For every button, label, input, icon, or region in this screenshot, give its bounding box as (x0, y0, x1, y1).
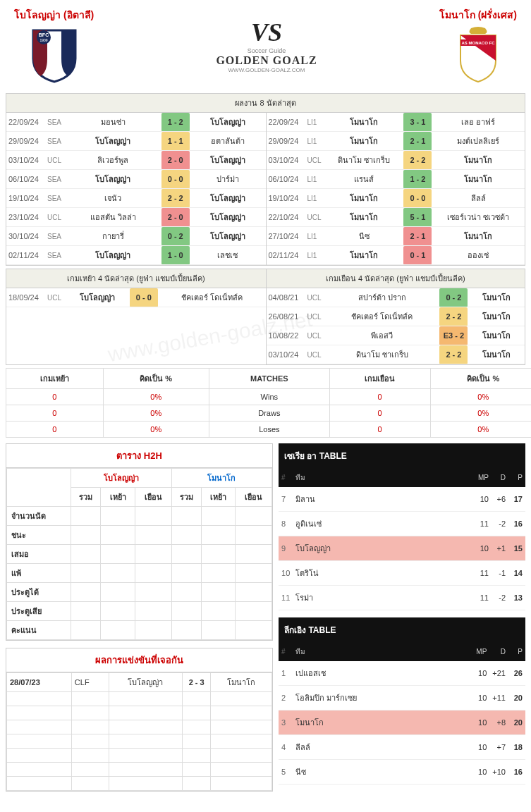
h2h-row-label: แพ้ (7, 564, 71, 583)
match-score: 2 - 2 (439, 345, 468, 364)
match-row: 22/09/24 LI1 โมนาโก 3 - 1 เลอ อาฟร์ (267, 113, 525, 132)
match-score: 0 - 0 (130, 288, 158, 307)
col-mp: MP (475, 468, 492, 487)
match-team-1: นีซ (325, 227, 404, 246)
recent-8-away: 22/09/24 LI1 โมนาโก 3 - 1 เลอ อาฟร์ 29/0… (266, 113, 525, 265)
match-team-2: โมนาโก (468, 326, 525, 345)
meeting-team-1: โบโลญญ่า (109, 673, 183, 692)
league-team: อูดิเนเซ่ (293, 512, 475, 536)
ligue-1-title: ลีกเอิง TABLE (279, 617, 525, 642)
vs-block: VS Soccer Guide GOLDEN GOALZ WWW.GOLDEN-… (216, 18, 317, 73)
h2h-row: แพ้ (7, 564, 272, 583)
h2h-row: ชนะ (7, 526, 272, 545)
league-d: +1 (492, 536, 508, 561)
away-team-block: โมนาโก (ฝรั่งเศส) AS MONACO FC (439, 7, 517, 83)
match-team-2: โบโลญญ่า (190, 151, 266, 170)
match-row: 27/10/24 LI1 นีซ 2 - 1 โมนาโก (267, 227, 525, 246)
league-rank: 11 (279, 586, 293, 610)
match-date: 22/10/24 (267, 208, 305, 227)
match-date: 03/10/24 (267, 345, 305, 364)
match-date: 03/10/24 (267, 151, 305, 170)
h2h-row: ประตูเสีย (7, 602, 272, 621)
league-d: +8 (489, 710, 508, 735)
stats-header-home: เกมเหย้า (6, 369, 104, 389)
h2h-row-label: ประตูเสีย (7, 602, 71, 621)
h2h-row-label: ชนะ (7, 526, 71, 545)
league-d: -2 (492, 512, 508, 536)
match-comp: UCL (305, 288, 325, 307)
league-rank: 9 (279, 536, 293, 561)
match-score: 0 - 1 (403, 246, 432, 265)
match-row: 18/09/24 UCL โบโลญญ่า 0 - 0 ชัคเตอร์ โดเ… (6, 288, 266, 307)
match-date: 18/09/24 (6, 288, 45, 307)
match-date: 26/08/21 (267, 307, 305, 326)
h2h-row-label: ประตูได้ (7, 583, 71, 602)
recent-8-home: 22/09/24 SEA มอนซ่า 1 - 2 โบโลญญ่า 29/09… (6, 113, 266, 265)
col-p: P (508, 468, 525, 487)
league-d: +7 (489, 735, 508, 760)
match-score: 2 - 0 (161, 208, 190, 227)
match-row: 02/11/24 LI1 โมนาโก 0 - 1 อองเช่ (267, 246, 525, 265)
league-mp: 10 (475, 487, 492, 512)
match-comp: SEA (45, 170, 65, 189)
match-team-1: เจนัว (65, 189, 161, 208)
col-team: ทีม (293, 642, 472, 661)
match-date: 22/09/24 (6, 113, 45, 132)
match-score: 0 - 0 (403, 189, 432, 208)
away-team-name: โมนาโก (ฝรั่งเศส) (439, 7, 517, 23)
match-team-2: อองเช่ (432, 246, 525, 265)
league-team: นีซ (293, 760, 472, 785)
home-team-block: โบโลญญ่า (อิตาลี) BFC 1909 (14, 7, 94, 83)
match-team-1: มอนซ่า (65, 113, 161, 132)
match-team-2: ปาร์ม่า (190, 170, 266, 189)
league-row: 5 นีซ 10 +10 16 (279, 760, 525, 785)
stats-away-pct: 0% (430, 422, 531, 438)
match-team-2: โมนาโก (468, 345, 525, 364)
league-team: โตริโน่ (293, 561, 475, 586)
match-team-2: อตาลันต้า (190, 132, 266, 151)
serie-a-title: เซเรีย อา TABLE (279, 443, 525, 468)
vs-text: VS (251, 18, 282, 47)
league-row: 3 โมนาโก 10 +8 20 (279, 710, 525, 735)
league-p: 20 (508, 686, 525, 710)
match-date: 06/10/24 (267, 170, 305, 189)
match-date: 03/10/24 (6, 151, 45, 170)
match-score: 2 - 2 (161, 189, 190, 208)
match-row: 19/10/24 LI1 โมนาโก 0 - 0 ลีลล์ (267, 189, 525, 208)
meetings-table: ผลการแข่งขันที่เจอกัน 28/07/23 CLF โบโลญ… (6, 648, 273, 792)
match-comp: LI1 (305, 170, 325, 189)
match-team-2: เลอ อาฟร์ (432, 113, 525, 132)
match-date: 02/11/24 (267, 246, 305, 265)
league-row: 11 โรม่า 11 -2 13 (279, 586, 525, 610)
match-row: 22/10/24 UCL โมนาโก 5 - 1 เซอร์เวน่า ซเว… (267, 208, 525, 227)
match-team-2: ชัคเตอร์ โดเน็ทส์ค (158, 288, 266, 307)
h2h-row-label: จำนวนนัด (7, 507, 71, 526)
match-comp: SEA (45, 113, 65, 132)
stats-row: 0 0% Loses 0 0% (6, 422, 532, 438)
stats-row: 0 0% Wins 0 0% (6, 389, 532, 405)
match-score: 2 - 2 (439, 307, 468, 326)
match-row: 10/08/22 UCL พีเอสวี E3 - 2 โมนาโก (267, 326, 525, 345)
match-comp: LI1 (305, 246, 325, 265)
match-row: 03/10/24 UCL ดินาโม ซาเกร็บ 2 - 2 โมนาโก (267, 151, 525, 170)
match-team-1: โมนาโก (325, 113, 404, 132)
stats-header-pct: คิดเป็น % (103, 369, 209, 389)
col-rank: # (279, 468, 293, 487)
h2h-row: คะแนน (7, 621, 272, 640)
recent-8-section: ผลงาน 8 นัดล่าสุด 22/09/24 SEA มอนซ่า 1 … (6, 93, 525, 266)
league-row: 8 อูดิเนเซ่ 11 -2 16 (279, 512, 525, 536)
league-rank: 4 (279, 735, 293, 760)
match-team-1: แรนส์ (325, 170, 404, 189)
league-row: 7 มิลาน 10 +6 17 (279, 487, 525, 512)
match-team-2: มงต์เปลลิเยร์ (432, 132, 525, 151)
meeting-row-empty (7, 692, 272, 706)
match-team-1: โมนาโก (325, 246, 404, 265)
meeting-team-2: โมนาโก (211, 673, 272, 692)
league-rank: 8 (279, 512, 293, 536)
league-team: โมนาโก (293, 710, 472, 735)
stats-header-pct2: คิดเป็น % (430, 369, 531, 389)
match-date: 19/10/24 (267, 189, 305, 208)
league-rank: 5 (279, 760, 293, 785)
match-team-2: โมนาโก (468, 288, 525, 307)
league-mp: 10 (472, 760, 489, 785)
